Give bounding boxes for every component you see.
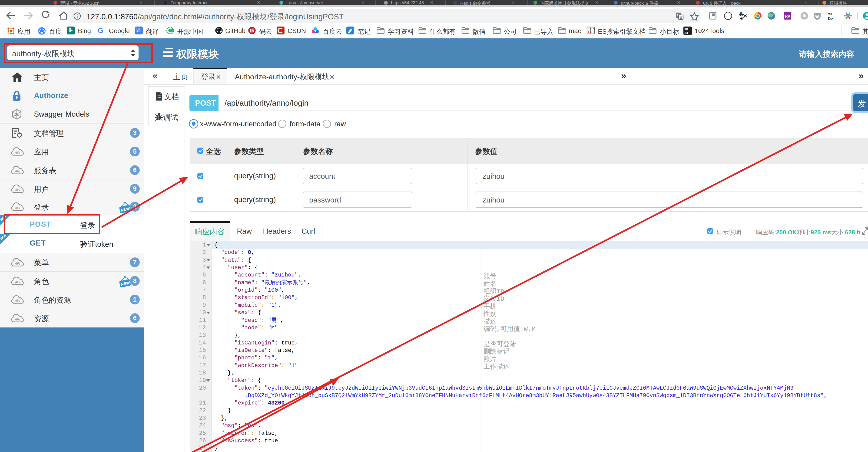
svg-text:{…}: {…} bbox=[725, 14, 731, 18]
svg-text:英: 英 bbox=[739, 12, 743, 16]
svg-text:API: API bbox=[14, 169, 20, 173]
svg-text:10: 10 bbox=[684, 27, 688, 31]
svg-text:译: 译 bbox=[136, 28, 141, 33]
svg-text:API: API bbox=[14, 206, 20, 210]
svg-text:RP: RP bbox=[785, 15, 790, 19]
svg-text:API: API bbox=[14, 188, 20, 192]
svg-text:Git: Git bbox=[828, 12, 832, 16]
svg-text:Zip: Zip bbox=[828, 16, 833, 20]
svg-text:A: A bbox=[15, 112, 18, 117]
svg-text:文: 文 bbox=[680, 16, 683, 19]
svg-text:API: API bbox=[14, 280, 20, 284]
svg-text:en: en bbox=[740, 16, 744, 20]
svg-text:API: API bbox=[14, 299, 20, 303]
svg-text:G: G bbox=[98, 27, 104, 35]
svg-text:API: API bbox=[14, 262, 20, 265]
svg-text:ES: ES bbox=[588, 30, 592, 34]
svg-text:24: 24 bbox=[684, 31, 688, 35]
svg-text:API: API bbox=[14, 317, 20, 321]
svg-text:API: API bbox=[14, 151, 20, 154]
